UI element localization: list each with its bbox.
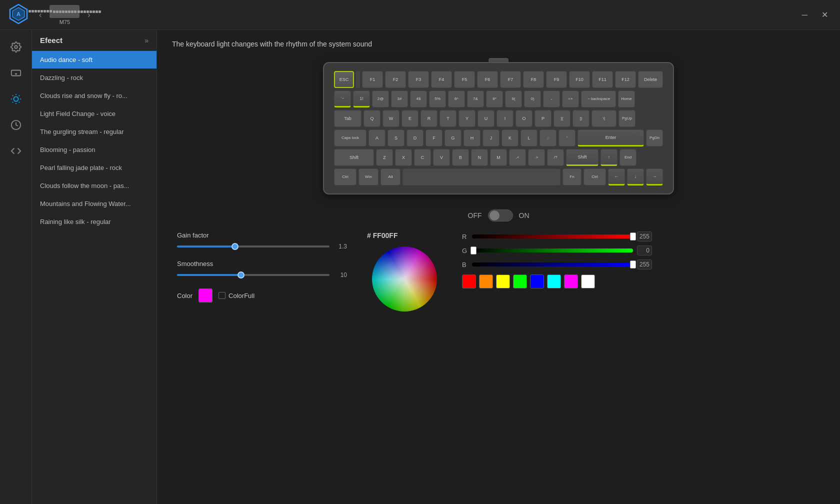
key-d[interactable]: D <box>406 130 424 146</box>
key-3[interactable]: 3# <box>391 90 408 108</box>
nav-forward-button[interactable]: › <box>84 8 94 22</box>
key-6[interactable]: 6^ <box>448 90 465 108</box>
key-quote[interactable]: ' <box>558 130 576 146</box>
key-k[interactable]: K <box>502 130 518 146</box>
key-f2[interactable]: F2 <box>385 71 406 88</box>
key-f10[interactable]: F10 <box>569 71 590 88</box>
key-f12[interactable]: F12 <box>615 71 636 88</box>
preset-cyan[interactable] <box>547 274 561 288</box>
key-n[interactable]: N <box>471 149 488 166</box>
preset-white[interactable] <box>581 274 595 288</box>
key-s[interactable]: S <box>388 130 404 146</box>
minimize-button[interactable]: ─ <box>798 10 812 20</box>
key-equals[interactable]: =+ <box>562 90 579 108</box>
key-enter[interactable]: Enter <box>578 130 644 146</box>
key-f4[interactable]: F4 <box>431 71 452 88</box>
key-c[interactable]: C <box>414 149 431 166</box>
key-f[interactable]: F <box>426 130 442 146</box>
key-h[interactable]: H <box>464 130 480 146</box>
rgb-b-slider[interactable] <box>472 262 633 266</box>
rgb-g-thumb[interactable] <box>470 246 476 254</box>
key-f11[interactable]: F11 <box>592 71 613 88</box>
key-p[interactable]: P <box>534 110 552 127</box>
color-wheel[interactable] <box>372 246 437 312</box>
key-b[interactable]: B <box>452 149 469 166</box>
key-rshift[interactable]: Shift <box>566 149 598 166</box>
preset-yellow[interactable] <box>496 274 510 288</box>
effect-item-6[interactable]: Pearl falling jade plate - rock <box>32 159 156 177</box>
colorfull-option[interactable]: ColorFull <box>218 292 254 300</box>
key-y[interactable]: Y <box>458 110 476 127</box>
key-2[interactable]: 2@ <box>372 90 389 108</box>
effect-item-9[interactable]: Raining like silk - regular <box>32 213 156 231</box>
sidebar-item-lighting[interactable] <box>5 88 27 110</box>
preset-red[interactable] <box>462 274 476 288</box>
effect-item-3[interactable]: Light Field Change - voice <box>32 105 156 123</box>
effect-item-4[interactable]: The gurgling stream - regular <box>32 123 156 141</box>
preset-blue[interactable] <box>530 274 544 288</box>
key-fn[interactable]: Fn <box>562 168 582 186</box>
effect-item-1[interactable]: Dazzling - rock <box>32 69 156 87</box>
color-swatch[interactable] <box>198 288 212 302</box>
effect-item-7[interactable]: Clouds follow the moon - pas... <box>32 177 156 195</box>
key-1[interactable]: 1! <box>353 90 370 108</box>
key-backslash[interactable]: \| <box>592 110 616 127</box>
gain-factor-slider[interactable] <box>177 246 330 248</box>
key-comma[interactable]: ,< <box>509 149 526 166</box>
key-rbracket[interactable]: ]} <box>572 110 590 127</box>
key-0[interactable]: 0) <box>524 90 541 108</box>
key-w[interactable]: W <box>382 110 400 127</box>
key-space[interactable] <box>402 168 560 186</box>
key-4[interactable]: 4$ <box>410 90 427 108</box>
key-delete[interactable]: Delete <box>638 71 663 88</box>
colorfull-checkbox[interactable] <box>218 292 226 299</box>
key-i[interactable]: I <box>496 110 514 127</box>
key-g[interactable]: G <box>444 130 462 146</box>
key-up[interactable]: ↑ <box>600 149 618 166</box>
key-m[interactable]: M <box>490 149 507 166</box>
key-8[interactable]: 8* <box>486 90 503 108</box>
key-7[interactable]: 7& <box>467 90 484 108</box>
key-tab[interactable]: Tab <box>334 110 362 127</box>
key-f3[interactable]: F3 <box>408 71 429 88</box>
gain-factor-thumb[interactable] <box>232 243 238 250</box>
key-minus[interactable]: - <box>543 90 560 108</box>
key-home[interactable]: Home <box>618 90 635 108</box>
key-f6[interactable]: F6 <box>477 71 498 88</box>
key-end[interactable]: End <box>620 149 636 166</box>
key-down[interactable]: ↓ <box>627 168 644 186</box>
key-t[interactable]: T <box>440 110 456 127</box>
preset-orange[interactable] <box>479 274 493 288</box>
key-f1[interactable]: F1 <box>362 71 383 88</box>
key-caps[interactable]: Caps lock <box>334 130 366 146</box>
effect-expand-button[interactable]: » <box>144 36 148 44</box>
rgb-r-thumb[interactable] <box>630 232 636 240</box>
rgb-r-slider[interactable] <box>472 234 633 238</box>
key-slash[interactable]: /? <box>547 149 564 166</box>
smoothness-slider[interactable] <box>177 274 330 276</box>
key-right[interactable]: → <box>646 168 663 186</box>
key-q[interactable]: Q <box>364 110 380 127</box>
effect-item-2[interactable]: Clouds rise and snow fly - ro... <box>32 87 156 105</box>
key-r[interactable]: R <box>420 110 438 127</box>
toggle-switch[interactable] <box>488 210 513 222</box>
preset-magenta[interactable] <box>564 274 578 288</box>
close-button[interactable]: ✕ <box>818 9 832 20</box>
key-semicolon[interactable]: ;: <box>540 130 556 146</box>
key-9[interactable]: 9( <box>505 90 522 108</box>
preset-green[interactable] <box>513 274 527 288</box>
key-f9[interactable]: F9 <box>546 71 567 88</box>
key-lshift[interactable]: Shift <box>334 149 374 166</box>
key-f8[interactable]: F8 <box>523 71 544 88</box>
rgb-b-thumb[interactable] <box>630 260 636 268</box>
key-f7[interactable]: F7 <box>500 71 521 88</box>
key-f5[interactable]: F5 <box>454 71 475 88</box>
key-5[interactable]: 5% <box>429 90 446 108</box>
key-e[interactable]: E <box>402 110 418 127</box>
key-v[interactable]: V <box>433 149 450 166</box>
device-selector[interactable]: M75 <box>50 5 80 25</box>
key-u[interactable]: U <box>478 110 494 127</box>
rgb-g-slider[interactable] <box>472 248 633 252</box>
key-pgdn[interactable]: PgDn <box>646 130 663 146</box>
key-backspace[interactable]: ←backspace <box>581 90 616 108</box>
